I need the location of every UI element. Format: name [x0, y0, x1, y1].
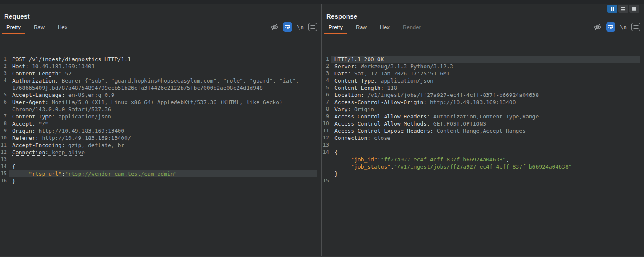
- code-text: Connection: close: [331, 134, 640, 142]
- tab-hex[interactable]: Hex: [375, 22, 394, 34]
- hide-characters-icon[interactable]: [270, 24, 278, 30]
- code-line: 5Content-Length: 118: [322, 84, 644, 91]
- line-number: 13: [322, 142, 331, 149]
- code-text: Content-Type: application/json: [331, 77, 640, 84]
- line-number: 8: [322, 106, 331, 113]
- tab-raw[interactable]: Raw: [351, 22, 371, 34]
- code-line: 3Date: Sat, 17 Jan 2026 17:25:51 GMT: [322, 70, 644, 77]
- code-text: [331, 142, 640, 149]
- code-line: 15: [322, 177, 644, 185]
- code-text: Access-Control-Expose-Headers: Content-R…: [331, 127, 640, 134]
- line-number: 6: [0, 99, 9, 106]
- code-line: "job_status":"/v1/ingest/jobs/ff27a927-e…: [322, 163, 644, 170]
- hide-characters-icon[interactable]: [593, 24, 601, 30]
- line-number: 1: [322, 56, 331, 63]
- code-line: Chrome/143.0.0.0 Safari/537.36: [0, 106, 321, 113]
- line-number: 11: [322, 127, 331, 134]
- tab-pretty[interactable]: Pretty: [324, 22, 347, 34]
- line-number: 1: [0, 56, 9, 63]
- code-text: [9, 156, 317, 163]
- line-number: 13: [0, 156, 9, 163]
- code-line: 4Content-Type: application/json: [322, 77, 644, 84]
- code-line: 2Host: 10.49.183.169:13401: [0, 63, 321, 70]
- line-number: 4: [322, 77, 331, 84]
- code-text: Connection: keep-alive: [9, 149, 317, 156]
- word-wrap-button[interactable]: [606, 22, 615, 32]
- code-text: POST /v1/ingest/diagnostics HTTP/1.1: [9, 56, 317, 63]
- code-line: 13: [322, 142, 644, 149]
- code-line: 14{: [322, 149, 644, 156]
- newline-toggle-button[interactable]: \n: [297, 24, 304, 30]
- line-number: 3: [0, 70, 9, 77]
- tab-hex[interactable]: Hex: [53, 22, 72, 34]
- code-line: 12Connection: keep-alive: [0, 149, 321, 156]
- line-number: 7: [0, 113, 9, 120]
- line-number: 8: [0, 120, 9, 127]
- line-number: [322, 156, 331, 163]
- code-text: {: [331, 149, 640, 156]
- code-line: 1HTTP/1.1 200 OK: [322, 56, 644, 63]
- request-editor[interactable]: 1POST /v1/ingest/diagnostics HTTP/1.12Ho…: [0, 34, 321, 256]
- line-number: 14: [0, 163, 9, 170]
- response-toolbar: \n: [593, 22, 640, 32]
- editor-menu-button[interactable]: [631, 23, 640, 31]
- request-header: Request PrettyRawHex \n: [0, 4, 321, 34]
- code-text: HTTP/1.1 200 OK: [331, 56, 640, 63]
- code-line: 8Accept: */*: [0, 120, 321, 127]
- code-line: 10Referer: http://10.49.183.169:13400/: [0, 134, 321, 142]
- code-text: Access-Control-Allow-Origin: http://10.4…: [331, 99, 640, 106]
- code-text: [331, 177, 640, 185]
- code-text: Location: /v1/ingest/jobs/ff27a927-ec4f-…: [331, 91, 640, 99]
- line-number: 10: [322, 120, 331, 127]
- response-panel: Response PrettyRawHexRender \n 1HTTP/1.1…: [322, 4, 644, 256]
- code-line: 4Authorization: Bearer {"sub": "guard.ho…: [0, 77, 321, 84]
- line-number: 12: [322, 134, 331, 142]
- request-panel: Request PrettyRawHex \n 1POST /v1/ingest…: [0, 4, 321, 256]
- line-number: 11: [0, 142, 9, 149]
- line-number: 15: [0, 170, 9, 177]
- request-toolbar: \n: [270, 22, 317, 32]
- line-number: 10: [0, 134, 9, 142]
- word-wrap-button[interactable]: [283, 22, 292, 32]
- code-text: Accept-Encoding: gzip, deflate, br: [9, 142, 317, 149]
- response-editor[interactable]: 1HTTP/1.1 200 OK2Server: Werkzeug/3.1.3 …: [322, 34, 644, 256]
- code-line: }: [322, 170, 644, 177]
- code-line: 2Server: Werkzeug/3.1.3 Python/3.12.3: [322, 63, 644, 70]
- line-number: 7: [322, 99, 331, 106]
- response-title: Response: [326, 13, 357, 20]
- code-line: "job_id":"ff27a927-ec4f-4cff-837f-b66924…: [322, 156, 644, 163]
- code-line: 8Vary: Origin: [322, 106, 644, 113]
- editor-menu-button[interactable]: [308, 23, 317, 31]
- code-line: 13: [0, 156, 321, 163]
- line-number: 6: [322, 91, 331, 99]
- code-text: Host: 10.49.183.169:13401: [9, 63, 317, 70]
- code-line: 14{: [0, 163, 321, 170]
- request-tabs: PrettyRawHex: [2, 22, 72, 34]
- response-tabs: PrettyRawHexRender: [324, 22, 425, 34]
- code-line: 11Access-Control-Expose-Headers: Content…: [322, 127, 644, 134]
- code-text: Chrome/143.0.0.0 Safari/537.36: [9, 106, 317, 113]
- code-text: Access-Control-Allow-Headers: Authorizat…: [331, 113, 640, 120]
- code-text: Accept-Language: en-US,en;q=0.9: [9, 91, 317, 99]
- line-number: 5: [322, 84, 331, 91]
- message-editor-split: Request PrettyRawHex \n 1POST /v1/ingest…: [0, 4, 644, 256]
- code-text: Server: Werkzeug/3.1.3 Python/3.12.3: [331, 63, 640, 70]
- code-line: 3Content-Length: 52: [0, 70, 321, 77]
- code-line: 9Origin: http://10.49.183.169:13400: [0, 127, 321, 134]
- code-line: 9Access-Control-Allow-Headers: Authoriza…: [322, 113, 644, 120]
- line-number: [322, 170, 331, 177]
- code-line: 10Access-Control-Allow-Methods: GET,POST…: [322, 120, 644, 127]
- code-text: Content-Type: application/json: [9, 113, 317, 120]
- line-number: 4: [0, 77, 9, 84]
- code-text: Referer: http://10.49.183.169:13400/: [9, 134, 317, 142]
- line-number: 15: [322, 177, 331, 185]
- code-text: "job_status":"/v1/ingest/jobs/ff27a927-e…: [331, 163, 640, 170]
- line-number: 9: [322, 113, 331, 120]
- code-line: 6Location: /v1/ingest/jobs/ff27a927-ec4f…: [322, 91, 644, 99]
- tab-pretty[interactable]: Pretty: [2, 22, 25, 34]
- newline-toggle-button[interactable]: \n: [620, 24, 627, 30]
- code-line: 15 "rtsp_url":"rtsp://vendor-cam.test/ca…: [0, 170, 321, 177]
- gutter-separator: [331, 34, 331, 256]
- tab-raw[interactable]: Raw: [29, 22, 49, 34]
- code-text: 1768665409}.bd787a48754894799ecb51b26cfa…: [9, 84, 317, 91]
